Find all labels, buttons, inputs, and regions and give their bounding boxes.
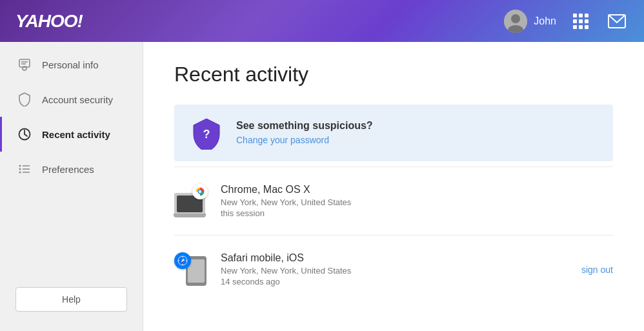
person-icon [17,57,32,72]
svg-point-15 [19,172,21,174]
user-info[interactable]: John [504,10,556,33]
svg-line-10 [25,134,27,136]
activity-item-chrome: Chrome, Mac OS X New York, New York, Uni… [174,172,613,230]
header: YAHOO! John [0,0,644,42]
username-label: John [534,15,556,27]
sidebar-item-label: Account security [42,94,113,105]
help-button[interactable]: Help [15,287,127,312]
help-btn-container: Help [0,274,143,331]
sidebar-item-account-security[interactable]: Account security [0,82,143,117]
chrome-device-name: Chrome, Mac OS X [221,184,613,196]
banner-heading: See something suspicious? [236,120,373,132]
clock-icon [17,127,32,141]
sidebar-item-preferences[interactable]: Preferences [0,152,143,186]
svg-point-13 [19,168,21,170]
suspicious-banner: ? See something suspicious? Change your … [174,105,613,161]
change-password-link[interactable]: Change your password [236,135,329,145]
apps-icon[interactable] [569,10,592,33]
list-icon [17,162,32,176]
chrome-activity-icon [174,184,208,217]
shield-warning-icon: ? [190,116,223,150]
avatar [504,10,527,33]
sidebar-item-label: Preferences [42,164,94,175]
sidebar-item-label: Recent activity [42,129,110,140]
divider-2 [174,235,613,236]
sidebar: Personal info Account security Recent ac… [0,42,143,331]
safari-device-name: Safari mobile, iOS [221,252,569,264]
svg-point-20 [199,190,201,193]
yahoo-logo: YAHOO! [15,11,83,32]
svg-rect-4 [19,59,30,67]
chrome-activity-info: Chrome, Mac OS X New York, New York, Uni… [221,184,613,218]
safari-activity-info: Safari mobile, iOS New York, New York, U… [221,252,569,286]
divider-1 [174,166,613,167]
safari-sign-out-button[interactable]: sign out [581,262,613,277]
svg-point-1 [511,14,520,23]
mail-icon[interactable] [605,10,629,33]
banner-text: See something suspicious? Change your pa… [236,120,373,146]
chrome-location: New York, New York, United States [221,197,613,207]
main-layout: Personal info Account security Recent ac… [0,42,644,331]
safari-activity-icon [174,252,208,286]
apps-grid [573,14,589,29]
header-right: John [504,10,629,33]
svg-point-11 [19,165,21,167]
page-title: Recent activity [174,63,613,86]
safari-location: New York, New York, United States [221,266,569,276]
sidebar-item-personal-info[interactable]: Personal info [0,47,143,82]
sidebar-item-recent-activity[interactable]: Recent activity [0,117,143,152]
content-area: Recent activity ? See something suspicio… [143,42,644,331]
shield-icon [17,92,32,106]
chrome-time: this session [221,208,613,218]
safari-time: 14 seconds ago [221,277,569,286]
sidebar-item-label: Personal info [42,59,99,70]
svg-text:?: ? [203,128,210,141]
activity-item-safari: Safari mobile, iOS New York, New York, U… [174,241,613,298]
